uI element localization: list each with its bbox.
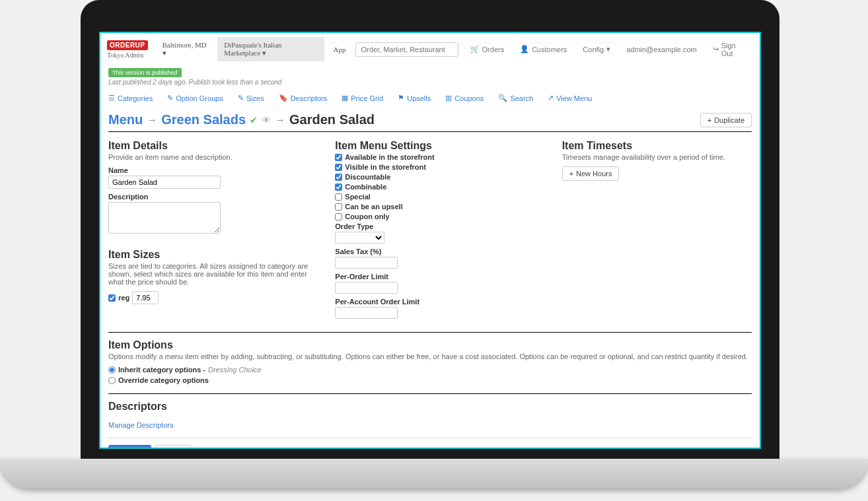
order-type-select[interactable] [335,232,384,244]
signout-link[interactable]: ↪Sign Out [706,38,753,61]
tab-option-groups[interactable]: ✎Option Groups [167,91,223,105]
app-link[interactable]: App [327,42,353,57]
new-hours-button[interactable]: +New Hours [562,166,620,181]
tag-icon: 🔖 [279,94,288,102]
lbl-available: Available in the storefront [345,153,434,161]
logo: ORDERUP [107,40,148,50]
plus-icon: + [707,116,711,124]
breadcrumb-item: Garden Salad [289,112,375,127]
chk-coupon-only[interactable] [335,213,342,220]
config-dropdown[interactable]: Config ▾ [576,41,617,57]
cart-icon: 🛒 [470,45,480,53]
breadcrumb-category[interactable]: Green Salads [161,112,246,127]
plus-icon: + [569,170,573,178]
logo-subtitle: Tokyo Admin [107,51,143,59]
tab-search[interactable]: 🔍Search [498,91,533,105]
restaurant-dropdown[interactable]: DiPasquale's Italian Marketplace ▾ [217,37,324,61]
item-timesets-sub: Timesets manage availability over a peri… [562,153,752,161]
name-label: Name [108,166,319,174]
name-input[interactable] [108,176,221,189]
search-input[interactable] [355,42,458,57]
cancel-button[interactable]: Cancel [155,445,192,448]
radio-override[interactable] [108,377,116,384]
chk-combinable[interactable] [335,184,342,191]
customers-link[interactable]: 👤Customers [513,41,573,57]
signout-icon: ↪ [713,45,719,53]
size-reg-checkbox[interactable] [108,294,116,302]
edit-icon: ✎ [238,94,244,102]
size-reg-label: reg [118,294,129,302]
item-settings-heading: Item Menu Settings [335,140,546,152]
flag-icon: ⚑ [398,94,404,102]
menu-tabs: ☰Categories ✎Option Groups ✎Sizes 🔖Descr… [108,91,752,106]
arrow-icon: → [275,114,285,126]
barcode-icon: ▥ [445,94,452,102]
tab-price-grid[interactable]: ▦Price Grid [342,91,383,105]
topbar: ORDERUP Tokyo Admin Baltimore, MD ▾ DiPa… [100,33,760,65]
check-icon: ✔ [250,115,258,125]
sales-tax-label: Sales Tax (%) [335,248,546,255]
tab-view-menu[interactable]: ↗View Menu [548,91,592,105]
chk-available[interactable] [335,154,342,161]
chevron-down-icon: ▾ [262,49,266,57]
save-button[interactable]: 💾Save [108,445,151,448]
logo-block: ORDERUP Tokyo Admin [107,40,148,59]
manage-descriptors-link[interactable]: Manage Descriptors [108,421,173,429]
item-details-sub: Provide an item name and description. [108,153,319,161]
eye-icon: 👁 [262,115,271,125]
descriptors-heading: Descriptors [108,401,752,413]
search-icon: 🔍 [498,94,507,102]
edit-icon: ✎ [167,94,173,102]
item-timesets-heading: Item Timesets [562,140,752,152]
admin-email[interactable]: admin@example.com [620,42,704,57]
lbl-discountable: Discountable [345,173,390,181]
breadcrumb-menu[interactable]: Menu [108,112,143,127]
chk-special[interactable] [335,193,342,201]
sales-tax-input[interactable] [335,257,398,269]
lbl-visible: Visible in the storefront [345,163,426,171]
tab-coupons[interactable]: ▥Coupons [445,91,484,105]
tab-categories[interactable]: ☰Categories [108,91,153,105]
lbl-combinable: Combinable [345,183,386,191]
lbl-special: Special [345,193,371,201]
tab-descriptors[interactable]: 🔖Descriptors [279,91,328,105]
duplicate-button[interactable]: +Duplicate [700,113,752,127]
chevron-down-icon: ▾ [163,49,166,57]
per-order-label: Per-Order Limit [335,273,546,281]
location-dropdown[interactable]: Baltimore, MD ▾ [156,37,215,61]
list-icon: ☰ [108,94,115,102]
chk-upsell[interactable] [335,203,342,211]
tab-upsells[interactable]: ⚑Upsells [398,91,431,105]
item-options-sub: Options modify a menu item either by add… [108,352,752,360]
lbl-inherit: Inherit category options - [118,366,205,374]
inherit-detail: Dressing Choice [208,366,262,374]
item-details-heading: Item Details [108,140,319,152]
tab-sizes[interactable]: ✎Sizes [238,91,264,105]
user-icon: 👤 [520,45,529,53]
item-options-heading: Item Options [108,339,752,351]
chk-discountable[interactable] [335,174,342,181]
lbl-upsell: Can be an upsell [345,203,402,211]
arrow-icon: → [147,114,157,126]
lbl-override: Override category options [118,376,209,384]
external-icon: ↗ [548,94,554,102]
grid-icon: ▦ [342,94,348,102]
per-order-input[interactable] [335,282,398,294]
orders-link[interactable]: 🛒Orders [464,41,511,57]
order-type-label: Order Type [335,222,546,230]
per-account-label: Per-Account Order Limit [335,298,546,306]
item-sizes-sub: Sizes are tied to categories. All sizes … [108,262,319,286]
published-badge: This version is published [108,68,182,77]
published-text: Last published 2 days ago. Publish took … [108,79,752,86]
size-reg-price[interactable] [132,291,159,304]
description-label: Description [108,193,319,201]
radio-inherit[interactable] [108,366,116,374]
chk-visible[interactable] [335,164,342,171]
description-input[interactable] [108,202,221,234]
chevron-down-icon: ▾ [606,45,610,53]
lbl-coupon-only: Coupon only [345,213,389,220]
per-account-input[interactable] [335,307,398,319]
item-sizes-heading: Item Sizes [108,249,319,261]
breadcrumb: Menu → Green Salads ✔ 👁 → Garden Salad +… [108,112,752,132]
